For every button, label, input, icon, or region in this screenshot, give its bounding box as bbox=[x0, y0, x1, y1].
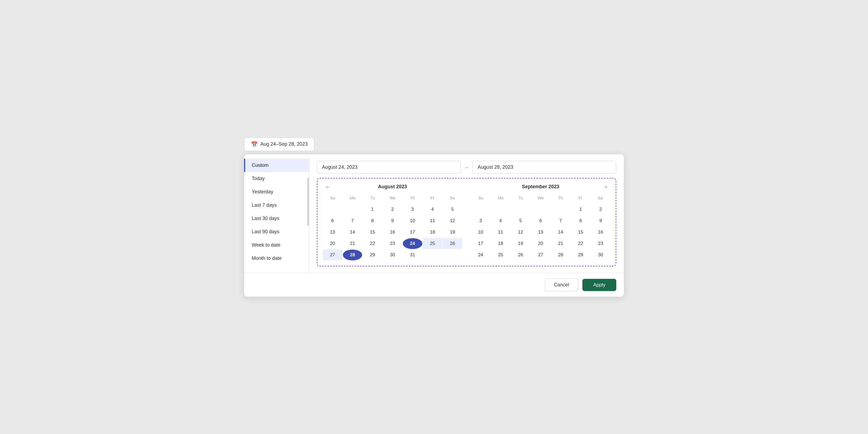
table-row[interactable]: 18 bbox=[423, 227, 442, 238]
table-row[interactable]: 2 bbox=[383, 204, 402, 215]
table-row[interactable]: 11 bbox=[423, 215, 442, 226]
table-row[interactable]: 16 bbox=[383, 227, 402, 238]
table-row[interactable]: 13 bbox=[531, 227, 550, 238]
table-row[interactable]: 4 bbox=[491, 215, 510, 226]
september-day-headers: Su Mo Tu We Th Fr Sa bbox=[471, 194, 610, 202]
table-row[interactable]: 16 bbox=[591, 227, 610, 238]
picker-body: Custom Today Yesterday Last 7 days Last … bbox=[244, 154, 624, 273]
table-row[interactable]: 14 bbox=[551, 227, 570, 238]
table-row[interactable]: 1 bbox=[363, 204, 382, 215]
next-month-button[interactable]: → bbox=[600, 183, 610, 191]
table-row[interactable]: 25 bbox=[423, 238, 442, 249]
table-row[interactable]: 7 bbox=[551, 215, 570, 226]
table-row[interactable]: 10 bbox=[471, 227, 490, 238]
september-title: September 2023 bbox=[522, 184, 559, 190]
table-row[interactable]: 29 bbox=[571, 250, 590, 260]
end-date-input[interactable] bbox=[472, 161, 616, 174]
table-row[interactable]: 3 bbox=[403, 204, 422, 215]
date-picker-container: 📅 Aug 24–Sep 28, 2023 Custom Today Yeste… bbox=[244, 137, 624, 297]
sidebar-item-custom[interactable]: Custom bbox=[244, 159, 309, 172]
table-row[interactable]: 26 bbox=[443, 238, 462, 249]
table-row[interactable]: 22 bbox=[363, 238, 382, 249]
prev-month-button[interactable]: ← bbox=[323, 183, 333, 191]
table-row[interactable]: 21 bbox=[343, 238, 362, 249]
table-row[interactable]: 26 bbox=[511, 250, 530, 260]
date-trigger-button[interactable]: 📅 Aug 24–Sep 28, 2023 bbox=[244, 137, 314, 151]
table-row[interactable]: 23 bbox=[383, 238, 402, 249]
day-header-tu: Tu bbox=[363, 194, 382, 202]
sidebar-item-week-to-date[interactable]: Week to date bbox=[244, 239, 309, 252]
table-row[interactable]: 15 bbox=[363, 227, 382, 238]
table-row[interactable]: 20 bbox=[323, 238, 342, 249]
picker-footer: Cancel Apply bbox=[244, 273, 624, 297]
day-header-sa: Sa bbox=[442, 194, 462, 202]
table-row bbox=[531, 204, 550, 215]
table-row[interactable]: 24 bbox=[471, 250, 490, 260]
table-row[interactable]: 6 bbox=[531, 215, 550, 226]
sidebar-scrollbar[interactable] bbox=[307, 178, 309, 225]
table-row[interactable]: 9 bbox=[591, 215, 610, 226]
sidebar-item-month-to-date[interactable]: Month to date bbox=[244, 252, 309, 265]
table-row[interactable]: 1 bbox=[571, 204, 590, 215]
table-row[interactable]: 30 bbox=[383, 250, 402, 260]
sidebar-item-yesterday[interactable]: Yesterday bbox=[244, 185, 309, 198]
table-row[interactable]: 5 bbox=[443, 204, 462, 215]
table-row[interactable]: 6 bbox=[323, 215, 342, 226]
september-calendar: September 2023 → Su Mo Tu We Th Fr Sa bbox=[471, 184, 610, 260]
table-row[interactable]: 19 bbox=[511, 238, 530, 249]
table-row[interactable]: 12 bbox=[511, 227, 530, 238]
table-row[interactable]: 28 bbox=[343, 250, 362, 260]
table-row[interactable]: 19 bbox=[443, 227, 462, 238]
table-row[interactable]: 17 bbox=[403, 227, 422, 238]
table-row[interactable]: 4 bbox=[423, 204, 442, 215]
table-row[interactable]: 28 bbox=[551, 250, 570, 260]
apply-button[interactable]: Apply bbox=[582, 279, 616, 291]
table-row[interactable]: 8 bbox=[363, 215, 382, 226]
sidebar-item-last30[interactable]: Last 30 days bbox=[244, 212, 309, 225]
table-row[interactable]: 3 bbox=[471, 215, 490, 226]
calendars-wrapper: ← August 2023 Su Mo Tu We Th Fr Sa bbox=[317, 178, 616, 267]
day-header-fr: Fr bbox=[422, 194, 442, 202]
table-row[interactable]: 25 bbox=[491, 250, 510, 260]
table-row[interactable]: 20 bbox=[531, 238, 550, 249]
table-row[interactable]: 10 bbox=[403, 215, 422, 226]
table-row[interactable]: 29 bbox=[363, 250, 382, 260]
august-day-headers: Su Mo Tu We Th Fr Sa bbox=[323, 194, 462, 202]
trigger-label: Aug 24–Sep 28, 2023 bbox=[260, 141, 308, 147]
table-row[interactable]: 27 bbox=[531, 250, 550, 260]
september-days-grid: 1234567891011121314151617181920212223242… bbox=[471, 204, 610, 260]
table-row[interactable]: 12 bbox=[443, 215, 462, 226]
start-date-input[interactable] bbox=[317, 161, 461, 174]
table-row[interactable]: 5 bbox=[511, 215, 530, 226]
august-days-grid: 1234567891011121314151617181920212223242… bbox=[323, 204, 462, 260]
table-row[interactable]: 17 bbox=[471, 238, 490, 249]
day-header-th: Th bbox=[403, 194, 422, 202]
table-row[interactable]: 13 bbox=[323, 227, 342, 238]
cancel-button[interactable]: Cancel bbox=[545, 279, 578, 291]
table-row[interactable]: 7 bbox=[343, 215, 362, 226]
table-row[interactable]: 9 bbox=[383, 215, 402, 226]
sidebar-item-today[interactable]: Today bbox=[244, 172, 309, 185]
table-row bbox=[491, 204, 510, 215]
table-row[interactable]: 22 bbox=[571, 238, 590, 249]
calendar-icon: 📅 bbox=[251, 141, 258, 148]
table-row[interactable]: 30 bbox=[591, 250, 610, 260]
table-row[interactable]: 15 bbox=[571, 227, 590, 238]
table-row[interactable]: 21 bbox=[551, 238, 570, 249]
sidebar-item-last90[interactable]: Last 90 days bbox=[244, 225, 309, 239]
date-inputs-row: → bbox=[317, 161, 616, 174]
table-row[interactable]: 11 bbox=[491, 227, 510, 238]
table-row[interactable]: 24 bbox=[403, 238, 422, 249]
table-row[interactable]: 18 bbox=[491, 238, 510, 249]
august-header: ← August 2023 bbox=[323, 184, 462, 190]
sidebar: Custom Today Yesterday Last 7 days Last … bbox=[244, 154, 309, 273]
table-row bbox=[323, 204, 342, 215]
table-row[interactable]: 8 bbox=[571, 215, 590, 226]
august-title: August 2023 bbox=[378, 184, 407, 190]
sidebar-item-last7[interactable]: Last 7 days bbox=[244, 198, 309, 212]
table-row[interactable]: 31 bbox=[403, 250, 422, 260]
table-row[interactable]: 14 bbox=[343, 227, 362, 238]
table-row[interactable]: 27 bbox=[323, 250, 342, 260]
table-row[interactable]: 23 bbox=[591, 238, 610, 249]
table-row[interactable]: 2 bbox=[591, 204, 610, 215]
